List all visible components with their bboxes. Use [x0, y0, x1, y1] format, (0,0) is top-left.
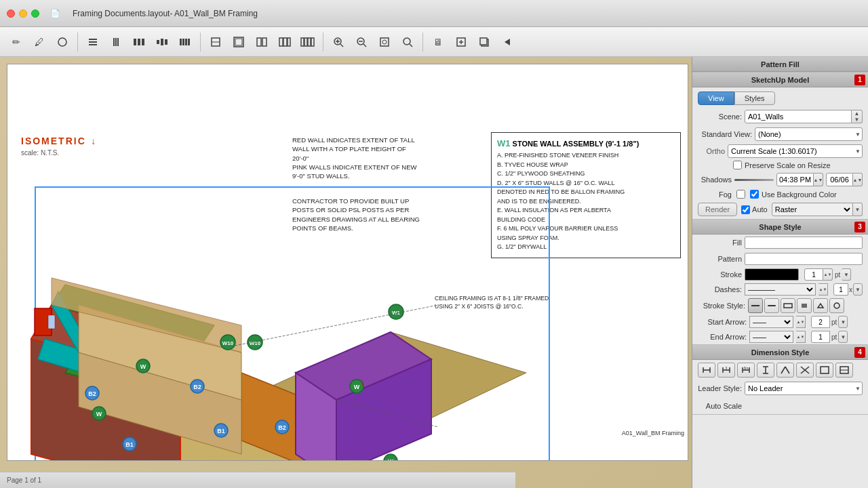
layout-tool-3[interactable] — [251, 31, 273, 53]
start-arrow-stepper[interactable]: ▲▼ — [796, 316, 806, 328]
svg-rect-45 — [480, 38, 487, 45]
svg-rect-9 — [142, 39, 144, 45]
eyedropper-tool[interactable]: 🖊 — [28, 31, 50, 53]
dim-icon-8[interactable] — [835, 363, 853, 378]
pencil-tool[interactable]: ✏ — [5, 31, 27, 53]
svg-rect-113 — [751, 305, 760, 306]
start-pt-dropdown[interactable]: ▼ — [838, 316, 848, 328]
time-stepper[interactable]: ▲▼ — [814, 173, 823, 186]
auto-checkbox-label[interactable]: Auto — [741, 205, 768, 214]
use-bg-color-label[interactable]: Use Background Color — [750, 190, 837, 199]
leader-style-select-wrapper[interactable]: No Leader ▼ — [745, 382, 863, 395]
align-tool-1[interactable] — [82, 31, 104, 53]
adjust-tool[interactable] — [174, 31, 196, 53]
zoom-out-tool[interactable] — [351, 31, 372, 53]
badge-4: 4 — [854, 347, 865, 358]
end-pt-dropdown[interactable]: ▼ — [838, 331, 848, 343]
end-arrow-stepper[interactable]: ▲▼ — [796, 331, 806, 343]
dim-icon-1[interactable] — [698, 363, 715, 378]
ss-btn-round[interactable] — [764, 298, 779, 313]
monitor-tool[interactable]: 🖥 — [427, 31, 449, 53]
preserve-scale-row: Preserve Scale on Resize — [692, 159, 868, 171]
search-tool[interactable] — [397, 31, 418, 53]
dashes-multiplier-input[interactable] — [833, 283, 848, 296]
raster-arrow[interactable]: ▼ — [853, 203, 863, 216]
dim-icon-4[interactable] — [757, 363, 774, 378]
layout-tool-4[interactable] — [274, 31, 296, 53]
use-bg-color-checkbox[interactable] — [750, 190, 759, 199]
preserve-scale-checkbox-label[interactable]: Preserve Scale on Resize — [733, 161, 831, 169]
fill-swatch[interactable] — [745, 237, 863, 249]
standard-view-select[interactable]: (None) — [755, 127, 863, 141]
dashes-stepper[interactable]: ▲▼ — [818, 283, 828, 296]
zoom-in-tool[interactable] — [328, 31, 349, 53]
dashes-select[interactable]: ———— — [745, 283, 816, 296]
scene-input[interactable]: A01_Walls — [745, 110, 852, 123]
current-scale-select[interactable]: Current Scale (1:30.6017) — [728, 144, 863, 158]
layout-tool-5[interactable] — [297, 31, 319, 53]
minimize-button[interactable] — [19, 9, 27, 18]
start-pt-input[interactable] — [811, 316, 830, 328]
dim-icon-7[interactable] — [816, 363, 833, 378]
svg-text:W10: W10 — [222, 340, 234, 346]
stroke-dropdown[interactable]: ▼ — [842, 268, 851, 281]
dim-icon-5[interactable] — [776, 363, 794, 378]
styles-tab[interactable]: Styles — [734, 92, 775, 105]
shapes-tool[interactable] — [52, 31, 73, 53]
fill-label: Fill — [698, 239, 742, 247]
standard-view-select-wrapper[interactable]: (None) ▼ — [755, 127, 863, 141]
preserve-scale-checkbox[interactable] — [733, 161, 742, 169]
view-tab[interactable]: View — [698, 92, 734, 105]
align-tool-2[interactable] — [105, 31, 127, 53]
end-pt-input[interactable] — [811, 331, 830, 343]
layout-tool-1[interactable] — [205, 31, 226, 53]
sketchup-model-header: SketchUp Model 1 — [692, 73, 868, 87]
dim-icon-2[interactable]: 3 — [717, 363, 735, 378]
page-area[interactable]: ISOMETRIC ↓ scale: N.T.S. RED WALL INDIC… — [7, 64, 688, 461]
layout-tool-2[interactable] — [228, 31, 250, 53]
dashes-x-label: x — [849, 286, 852, 293]
ss-btn-solid[interactable] — [748, 298, 763, 313]
dim-icon-6[interactable] — [796, 363, 814, 378]
close-button[interactable] — [7, 9, 15, 18]
fit-page-tool[interactable] — [374, 31, 395, 53]
ss-btn-corner[interactable] — [781, 298, 795, 313]
end-arrow-select[interactable]: —— — [749, 331, 793, 343]
render-button[interactable]: Render — [698, 203, 737, 216]
svg-rect-64 — [48, 315, 55, 329]
pattern-swatch[interactable] — [745, 253, 863, 265]
fog-checkbox[interactable] — [736, 190, 745, 199]
raster-select[interactable]: Raster — [772, 203, 853, 216]
stroke-pt-input[interactable] — [804, 268, 823, 281]
svg-rect-16 — [188, 39, 190, 45]
window-controls[interactable] — [7, 9, 39, 18]
auto-scale-label: Auto Scale — [698, 402, 742, 410]
dashes-x-dropdown[interactable]: ▼ — [853, 283, 863, 296]
shadows-date-input[interactable] — [826, 173, 853, 186]
auto-checkbox[interactable] — [741, 205, 750, 214]
page-add-tool[interactable] — [450, 31, 472, 53]
svg-rect-13 — [180, 39, 182, 45]
canvas-area[interactable]: ISOMETRIC ↓ scale: N.T.S. RED WALL INDIC… — [0, 57, 692, 488]
start-arrow-select[interactable]: —— — [749, 316, 793, 328]
bars-tool-2[interactable] — [151, 31, 173, 53]
svg-text:B1: B1 — [217, 428, 225, 434]
stroke-stepper[interactable]: ▲▼ — [823, 268, 833, 281]
leader-style-select[interactable]: No Leader — [745, 382, 863, 395]
shadows-slider-track[interactable] — [734, 179, 774, 181]
dim-icon-3[interactable]: 3m — [737, 363, 755, 378]
scene-stepper[interactable]: ▲▼ — [852, 110, 863, 123]
page-dup-tool[interactable] — [473, 31, 495, 53]
page-nav-tool[interactable] — [496, 31, 518, 53]
dimension-icons-row: 3 3m — [692, 360, 868, 380]
date-stepper[interactable]: ▲▼ — [853, 173, 863, 186]
ss-btn-round2[interactable] — [829, 298, 844, 313]
svg-text:B2: B2 — [88, 390, 96, 397]
stroke-swatch[interactable] — [745, 268, 799, 281]
bars-tool-1[interactable] — [128, 31, 150, 53]
maximize-button[interactable] — [31, 9, 39, 18]
current-scale-wrapper[interactable]: Current Scale (1:30.6017) ▼ — [728, 144, 863, 158]
shadows-time-input[interactable] — [776, 173, 814, 186]
ss-btn-miter[interactable] — [813, 298, 828, 313]
ss-btn-butt[interactable] — [797, 298, 812, 313]
